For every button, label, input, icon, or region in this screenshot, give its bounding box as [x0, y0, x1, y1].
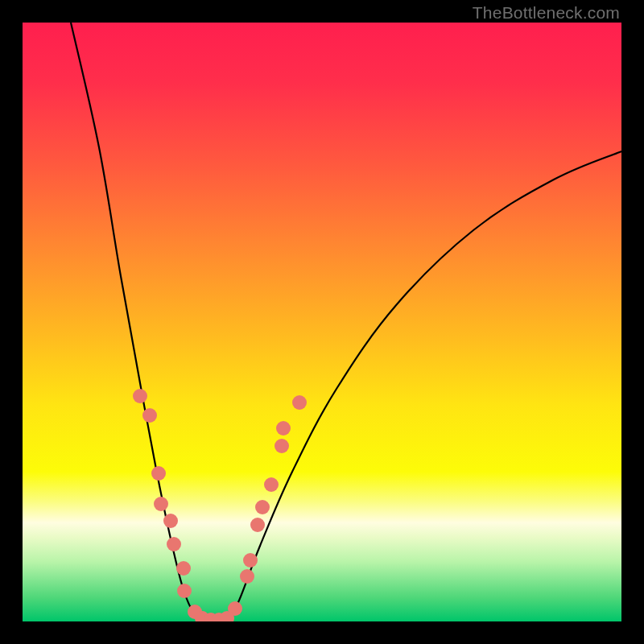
data-marker [177, 584, 192, 598]
watermark-text: TheBottleneck.com [473, 3, 620, 23]
scatter-markers [133, 389, 307, 621]
data-marker [243, 553, 258, 568]
data-marker [154, 497, 168, 511]
data-marker [133, 389, 147, 403]
data-marker [264, 477, 279, 492]
data-marker [255, 500, 270, 514]
chart-frame: TheBottleneck.com [0, 0, 644, 644]
data-marker [176, 561, 191, 576]
data-marker [167, 537, 181, 551]
data-marker [292, 395, 307, 410]
data-marker [250, 518, 265, 532]
data-marker [163, 514, 178, 528]
plot-area [23, 23, 621, 621]
data-marker [142, 408, 157, 423]
curve-right-arm [225, 151, 621, 621]
data-marker [276, 421, 291, 436]
data-marker [151, 466, 166, 481]
data-marker [275, 439, 289, 453]
data-marker [240, 569, 254, 584]
curve-left-arm [71, 23, 204, 621]
curve-layer [23, 23, 621, 621]
